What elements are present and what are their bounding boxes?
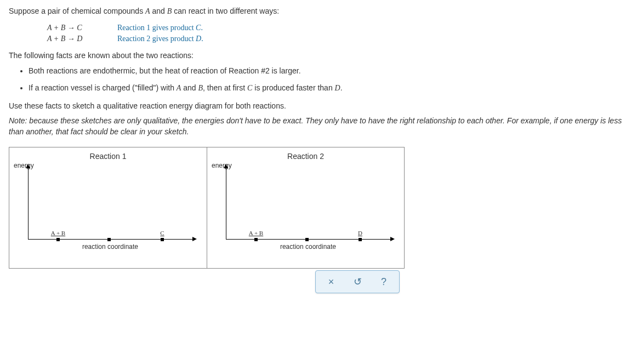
- reaction-eq-1: A + B → C: [47, 24, 107, 32]
- help-button[interactable]: ?: [371, 273, 397, 291]
- intro-text: Suppose a pair of chemical compounds A a…: [9, 7, 628, 16]
- diagram-panel-2[interactable]: Reaction 2 energy A + B D reaction coord…: [207, 147, 404, 268]
- undo-icon: ↺: [354, 276, 362, 288]
- reactant-point-1[interactable]: [56, 238, 60, 241]
- product-point-1[interactable]: [161, 238, 164, 241]
- fact-2: If a reaction vessel is charged ("filled…: [29, 82, 628, 94]
- transition-point-2[interactable]: [305, 238, 309, 241]
- instruction-line: Use these facts to sketch a qualitative …: [9, 101, 628, 110]
- x-axis-2: [226, 239, 391, 240]
- y-axis-1: [28, 167, 29, 240]
- reactant-label-2: A + B: [249, 230, 263, 236]
- diagram-title-2: Reaction 2: [214, 152, 397, 161]
- x-axis-1: [28, 239, 194, 240]
- note-body: because these sketches are only qualitat…: [9, 116, 622, 136]
- chart-area-1[interactable]: A + B C reaction coordinate: [22, 167, 198, 249]
- diagram-panel-1[interactable]: Reaction 1 energy A + B C reaction coord…: [9, 147, 207, 268]
- reaction-row-1: A + B → C Reaction 1 gives product C.: [47, 24, 628, 32]
- diagram-title-1: Reaction 1: [16, 152, 200, 161]
- help-icon: ?: [381, 276, 386, 288]
- product-point-2[interactable]: [359, 238, 362, 241]
- reactant-point-2[interactable]: [254, 238, 258, 241]
- answer-toolbar: × ↺ ?: [315, 270, 400, 293]
- product-label-2: D: [358, 230, 362, 236]
- chart-area-2[interactable]: A + B D reaction coordinate: [220, 167, 396, 249]
- product-label-1: C: [160, 230, 164, 236]
- diagrams-container: Reaction 1 energy A + B C reaction coord…: [9, 147, 405, 269]
- rc-axis-label-1: reaction coordinate: [22, 243, 198, 251]
- reaction-row-2: A + B → D Reaction 2 gives product D.: [47, 35, 628, 43]
- facts-intro: The following facts are known about the …: [9, 51, 628, 60]
- fact-1: Both reactions are endothermic, but the …: [29, 65, 628, 77]
- note-label: Note:: [9, 116, 27, 125]
- facts-list: Both reactions are endothermic, but the …: [29, 65, 628, 94]
- reaction-desc-1: Reaction 1 gives product C.: [117, 24, 203, 32]
- reactions-block: A + B → C Reaction 1 gives product C. A …: [47, 24, 628, 43]
- note-text: Note: because these sketches are only qu…: [9, 116, 628, 137]
- reaction-eq-2: A + B → D: [47, 35, 107, 43]
- rc-axis-label-2: reaction coordinate: [220, 243, 396, 251]
- close-icon: ×: [328, 276, 334, 288]
- reactant-label-1: A + B: [51, 230, 65, 236]
- clear-button[interactable]: ×: [318, 273, 344, 291]
- transition-point-1[interactable]: [107, 238, 111, 241]
- y-axis-2: [226, 167, 226, 240]
- reset-button[interactable]: ↺: [344, 273, 371, 291]
- reaction-desc-2: Reaction 2 gives product D.: [117, 35, 203, 43]
